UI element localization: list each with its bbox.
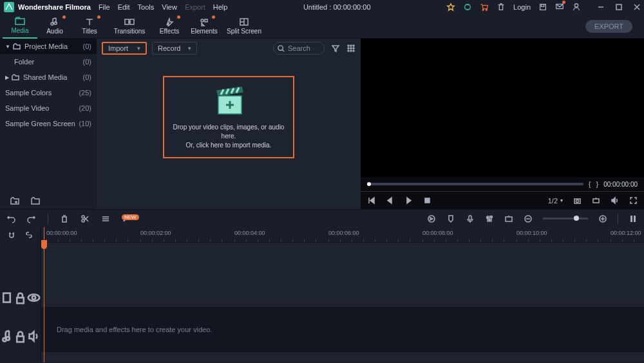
menu-tools[interactable]: Tools — [138, 3, 155, 11]
svg-rect-8 — [15, 19, 24, 24]
grid-view-icon[interactable] — [346, 44, 355, 53]
play-button[interactable] — [404, 196, 413, 205]
svg-point-31 — [82, 216, 84, 218]
svg-point-1 — [482, 10, 484, 11]
render-icon[interactable] — [427, 214, 436, 223]
volume-icon[interactable] — [611, 196, 619, 205]
svg-point-13 — [201, 19, 204, 22]
support-icon[interactable] — [463, 3, 472, 12]
stop-button[interactable] — [423, 196, 431, 205]
svg-point-24 — [350, 50, 352, 51]
mark-out-icon[interactable]: } — [596, 180, 598, 188]
keyframe-icon[interactable] — [504, 214, 513, 223]
svg-rect-48 — [17, 336, 24, 342]
lock-icon[interactable] — [14, 291, 27, 304]
zoom-in-icon[interactable] — [598, 214, 607, 223]
cart-icon[interactable] — [480, 3, 489, 12]
export-button[interactable]: EXPORT — [585, 20, 632, 33]
prev-frame-button[interactable] — [367, 196, 375, 205]
svg-rect-41 — [630, 216, 632, 222]
import-dropzone[interactable]: Drop your video clips, images, or audio … — [163, 76, 294, 158]
menu-edit[interactable]: Edit — [118, 3, 130, 11]
import-dropdown[interactable]: Import▾ — [102, 42, 147, 55]
svg-point-17 — [348, 45, 349, 46]
svg-point-16 — [278, 46, 283, 50]
main-menu: File Edit Tools View Export Help — [99, 3, 227, 11]
zoom-fit-icon[interactable] — [629, 214, 638, 223]
sidebar-item-sample-green[interactable]: Sample Green Screen(10) — [0, 116, 97, 131]
split-button[interactable] — [80, 214, 90, 223]
search-input[interactable]: Search — [273, 42, 325, 55]
track-settings-icon[interactable] — [0, 291, 14, 304]
svg-point-23 — [348, 50, 349, 51]
sidebar-item-project-media[interactable]: ▼Project Media(0) — [0, 39, 97, 54]
mixer-icon[interactable] — [485, 214, 494, 223]
lock-icon[interactable] — [14, 330, 27, 343]
login-link[interactable]: Login — [513, 3, 531, 11]
sidebar-item-folder[interactable]: Folder(0) — [0, 54, 97, 70]
media-sidebar: ▼Project Media(0) Folder(0) ▶Shared Medi… — [0, 39, 97, 209]
sidebar-item-sample-colors[interactable]: Sample Colors(25) — [0, 85, 97, 100]
app-logo — [4, 2, 14, 12]
svg-rect-34 — [469, 216, 471, 220]
svg-point-20 — [348, 48, 349, 49]
zoom-slider[interactable] — [543, 218, 588, 219]
svg-point-2 — [486, 10, 488, 11]
sidebar-item-sample-video[interactable]: Sample Video(20) — [0, 100, 97, 116]
sidebar-item-shared-media[interactable]: ▶Shared Media(0) — [0, 70, 97, 85]
account-icon[interactable] — [572, 3, 581, 12]
minimize-button[interactable] — [598, 4, 604, 10]
mark-in-icon[interactable]: { — [589, 180, 591, 188]
new-folder-icon[interactable] — [10, 197, 19, 205]
track-hint: Drag media and effects here to create yo… — [57, 326, 212, 333]
edit-tools-icon[interactable] — [101, 214, 110, 223]
tab-transitions[interactable]: Transitions — [107, 14, 152, 39]
maximize-button[interactable] — [616, 4, 622, 10]
zoom-out-icon[interactable] — [524, 214, 533, 223]
save-icon[interactable] — [538, 3, 547, 12]
play-back-button[interactable] — [386, 196, 394, 205]
voiceover-icon[interactable] — [466, 214, 475, 223]
svg-point-32 — [82, 219, 84, 222]
folder-icon[interactable] — [31, 197, 40, 205]
fullscreen-button[interactable] — [629, 196, 638, 205]
svg-point-29 — [576, 200, 579, 203]
marker-icon[interactable] — [446, 214, 455, 223]
snapshot-button[interactable] — [573, 196, 582, 205]
tab-media[interactable]: Media — [3, 14, 37, 39]
delete-button[interactable] — [60, 214, 69, 223]
trash-icon[interactable] — [497, 3, 506, 12]
tab-titles[interactable]: Titles — [72, 14, 107, 39]
preview-scrubber[interactable] — [367, 183, 583, 185]
svg-point-47 — [6, 337, 10, 340]
preview-quality-dropdown[interactable]: 1/2▾ — [548, 197, 563, 205]
svg-rect-43 — [3, 293, 10, 302]
playhead[interactable] — [44, 227, 44, 362]
eye-icon[interactable] — [27, 291, 41, 304]
premium-icon[interactable] — [446, 3, 455, 12]
app-brand: Wondershare Filmora — [18, 3, 91, 11]
magnet-icon[interactable] — [8, 231, 15, 239]
mute-icon[interactable] — [27, 330, 41, 343]
close-button[interactable] — [634, 4, 640, 10]
svg-point-6 — [574, 4, 578, 7]
tab-split-screen[interactable]: Split Screen — [222, 14, 267, 39]
mark-button[interactable] — [592, 196, 600, 205]
timeline-ruler[interactable]: 00:00:00:0000:00:02:0000:00:04:0000:00:0… — [41, 227, 644, 243]
menu-view[interactable]: View — [162, 3, 177, 11]
menu-file[interactable]: File — [99, 3, 110, 11]
undo-button[interactable] — [6, 214, 15, 223]
link-icon[interactable] — [25, 231, 33, 239]
preview-timecode: 00:00:00:00 — [603, 181, 638, 188]
filter-icon[interactable] — [331, 44, 340, 53]
redo-button[interactable] — [27, 214, 36, 223]
menu-help[interactable]: Help — [213, 3, 228, 11]
video-track[interactable]: Drag media and effects here to create yo… — [41, 307, 644, 352]
tab-audio[interactable]: Audio — [37, 14, 72, 39]
tab-effects[interactable]: Effects — [152, 14, 187, 39]
menu-export[interactable]: Export — [185, 3, 205, 11]
svg-rect-38 — [506, 217, 512, 221]
tab-elements[interactable]: Elements — [187, 14, 222, 39]
record-dropdown[interactable]: Record▾ — [152, 42, 197, 55]
audio-track-icon[interactable] — [0, 330, 14, 343]
